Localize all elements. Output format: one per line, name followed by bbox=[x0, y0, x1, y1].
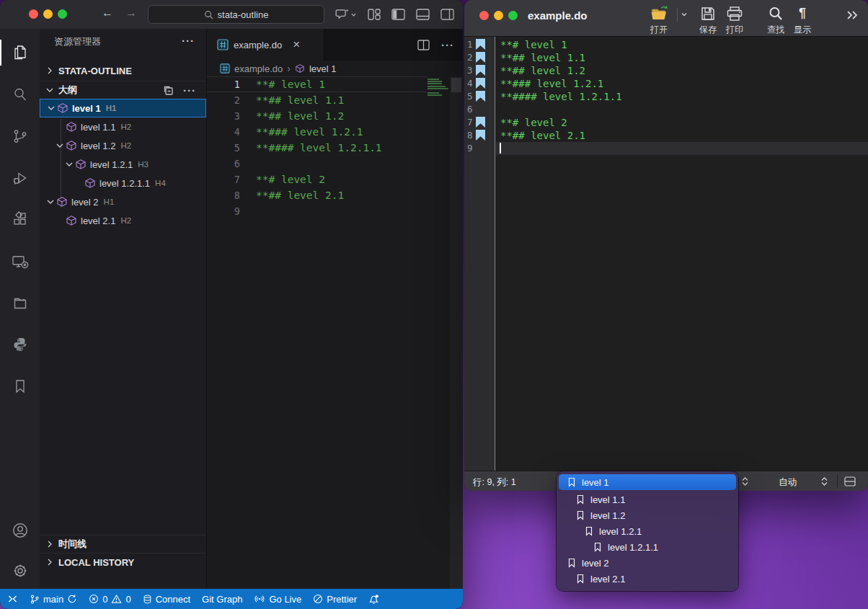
traffic-close-button[interactable] bbox=[29, 9, 38, 19]
settings-button[interactable] bbox=[0, 556, 40, 586]
auto-dropdown-stepper-icon[interactable] bbox=[820, 476, 828, 486]
sidebar-item-search[interactable] bbox=[0, 79, 40, 110]
tab-close-icon[interactable]: × bbox=[293, 37, 300, 52]
bookmark-flag-icon[interactable] bbox=[476, 52, 485, 63]
outline-item-level-1[interactable]: level 1H1 bbox=[40, 99, 206, 117]
editor-line-2[interactable]: 2**## level 1.1 bbox=[207, 92, 427, 108]
editor-more-icon[interactable]: ··· bbox=[441, 39, 454, 51]
stata-code-editor[interactable]: 123456789 **# level 1**## level 1.1**## … bbox=[464, 37, 868, 471]
workspace-section-header[interactable]: STATA-OUTLINE bbox=[40, 62, 206, 79]
sidebar-item-python[interactable] bbox=[0, 329, 40, 360]
toggle-panel-icon[interactable] bbox=[416, 9, 430, 20]
outline-more-icon[interactable]: ··· bbox=[183, 84, 196, 97]
traffic-minimize-button[interactable] bbox=[43, 9, 53, 19]
editor-line-8[interactable]: 8**## level 2.1 bbox=[207, 187, 427, 203]
popup-item-level-2-1[interactable]: level 2.1 bbox=[559, 571, 736, 587]
outline-item-level-1-2-1[interactable]: level 1.2.1H3 bbox=[40, 155, 206, 174]
timeline-section-header[interactable]: 时间线 bbox=[40, 535, 206, 553]
traffic-zoom-button[interactable] bbox=[508, 11, 518, 20]
sidebar-item-source-control[interactable] bbox=[0, 121, 40, 151]
bookmark-flag-icon[interactable] bbox=[476, 117, 485, 128]
split-editor-icon[interactable] bbox=[417, 40, 430, 50]
toggle-secondary-sidebar-icon[interactable] bbox=[440, 9, 454, 20]
outline-item-level-1-2-1-1[interactable]: level 1.2.1.1H4 bbox=[40, 174, 206, 192]
popup-item-level-1[interactable]: level 1 bbox=[559, 474, 736, 490]
sidebar-item-bookmarks[interactable] bbox=[0, 371, 40, 401]
editor-line-7[interactable]: 7**# level 2 bbox=[207, 172, 427, 187]
chevron-down-icon[interactable] bbox=[54, 140, 66, 151]
editor-line-4[interactable]: **### level 1.2.1 bbox=[496, 77, 868, 90]
traffic-close-button[interactable] bbox=[479, 11, 489, 20]
sidebar-item-explorer[interactable] bbox=[0, 37, 40, 68]
popup-item-level-1-1[interactable]: level 1.1 bbox=[559, 492, 736, 507]
outline-item-level-2-1[interactable]: level 2.1H2 bbox=[40, 211, 206, 230]
sidebar-item-folder-explorer[interactable] bbox=[0, 288, 40, 318]
bookmark-flag-icon[interactable] bbox=[476, 78, 485, 89]
popup-item-level-1-2-1-1[interactable]: level 1.2.1.1 bbox=[559, 539, 736, 555]
scrollbar-track[interactable] bbox=[450, 76, 463, 589]
code-editor[interactable]: 1**# level 12**## level 1.13**## level 1… bbox=[207, 76, 463, 589]
explorer-more-icon[interactable]: ··· bbox=[182, 35, 195, 47]
outline-item-level-1-1[interactable]: level 1.1H2 bbox=[40, 117, 206, 136]
customize-layout-icon[interactable] bbox=[368, 9, 381, 20]
breadcrumb-symbol[interactable]: level 1 bbox=[309, 63, 337, 74]
breadcrumb-file[interactable]: example.do bbox=[234, 63, 283, 74]
bookmark-dropdown-stepper-icon[interactable] bbox=[741, 476, 749, 486]
copilot-chat-icon[interactable] bbox=[335, 8, 357, 21]
connect-button[interactable]: Connect bbox=[143, 594, 190, 605]
editor-line-4[interactable]: 4**### level 1.2.1 bbox=[207, 124, 427, 140]
editor-line-6[interactable] bbox=[496, 103, 868, 116]
bookmark-flag-icon[interactable] bbox=[476, 39, 485, 50]
chevron-down-icon[interactable] bbox=[63, 159, 75, 170]
bookmark-flag-icon[interactable] bbox=[476, 65, 485, 76]
tab-example-do[interactable]: example.do × bbox=[207, 29, 324, 61]
toolbar-overflow-icon[interactable] bbox=[845, 8, 859, 22]
local-history-section-header[interactable]: LOCAL HISTORY bbox=[40, 553, 206, 571]
editor-line-8[interactable]: **## level 2.1 bbox=[496, 129, 868, 142]
chevron-down-icon[interactable] bbox=[45, 196, 56, 208]
print-button[interactable]: 打印 bbox=[718, 4, 751, 36]
split-window-icon[interactable] bbox=[844, 476, 856, 486]
outline-section-header[interactable]: 大纲 ··· bbox=[40, 81, 206, 99]
back-arrow-icon[interactable]: ← bbox=[102, 6, 113, 19]
scrollbar-thumb[interactable] bbox=[451, 78, 461, 92]
branch-indicator[interactable]: main bbox=[30, 594, 77, 605]
outline-item-level-2[interactable]: level 2H1 bbox=[40, 192, 206, 211]
editor-line-5[interactable]: 5**#### level 1.2.1.1 bbox=[207, 140, 427, 156]
outline-item-level-1-2[interactable]: level 1.2H2 bbox=[40, 136, 206, 155]
account-button[interactable] bbox=[0, 515, 40, 546]
forward-arrow-icon[interactable]: → bbox=[125, 6, 137, 19]
collapse-all-icon[interactable] bbox=[163, 85, 174, 97]
popup-item-level-1-2[interactable]: level 1.2 bbox=[559, 507, 736, 523]
bookmark-flag-icon[interactable] bbox=[476, 91, 485, 102]
go-live-button[interactable]: Go Live bbox=[254, 594, 301, 605]
notifications-button[interactable] bbox=[368, 594, 379, 605]
traffic-minimize-button[interactable] bbox=[494, 11, 503, 20]
toggle-primary-sidebar-icon[interactable] bbox=[391, 9, 405, 20]
show-button[interactable]: ¶ 显示 bbox=[786, 4, 819, 36]
command-center-search[interactable]: stata-outline bbox=[148, 5, 324, 24]
open-button[interactable]: 打开 bbox=[642, 4, 676, 36]
editor-line-3[interactable]: 3**## level 1.2 bbox=[207, 108, 427, 124]
problems-indicator[interactable]: 0 0 bbox=[89, 594, 130, 605]
git-graph-button[interactable]: Git Graph bbox=[202, 594, 242, 605]
remote-indicator[interactable] bbox=[7, 594, 18, 604]
editor-line-6[interactable]: 6 bbox=[207, 156, 427, 172]
editor-line-2[interactable]: **## level 1.1 bbox=[496, 51, 868, 64]
editor-line-9[interactable]: 9 bbox=[207, 203, 427, 219]
editor-line-1[interactable]: 1**# level 1 bbox=[207, 76, 427, 92]
editor-line-7[interactable]: **# level 2 bbox=[496, 116, 868, 129]
sidebar-item-run-debug[interactable] bbox=[0, 163, 40, 193]
traffic-zoom-button[interactable] bbox=[58, 9, 67, 19]
editor-line-9[interactable] bbox=[496, 142, 868, 155]
bookmark-flag-icon[interactable] bbox=[476, 130, 485, 141]
sidebar-item-extensions[interactable] bbox=[0, 204, 40, 234]
editor-line-3[interactable]: **## level 1.2 bbox=[496, 64, 868, 77]
editor-line-5[interactable]: **#### level 1.2.1.1 bbox=[496, 90, 868, 103]
chevron-down-icon[interactable] bbox=[45, 102, 57, 114]
open-dropdown-chevron-icon[interactable] bbox=[681, 11, 688, 18]
popup-item-level-1-2-1[interactable]: level 1.2.1 bbox=[559, 523, 736, 539]
prettier-button[interactable]: Prettier bbox=[313, 594, 357, 605]
sidebar-item-remote-explorer[interactable] bbox=[0, 246, 40, 277]
minimap[interactable] bbox=[427, 76, 450, 589]
